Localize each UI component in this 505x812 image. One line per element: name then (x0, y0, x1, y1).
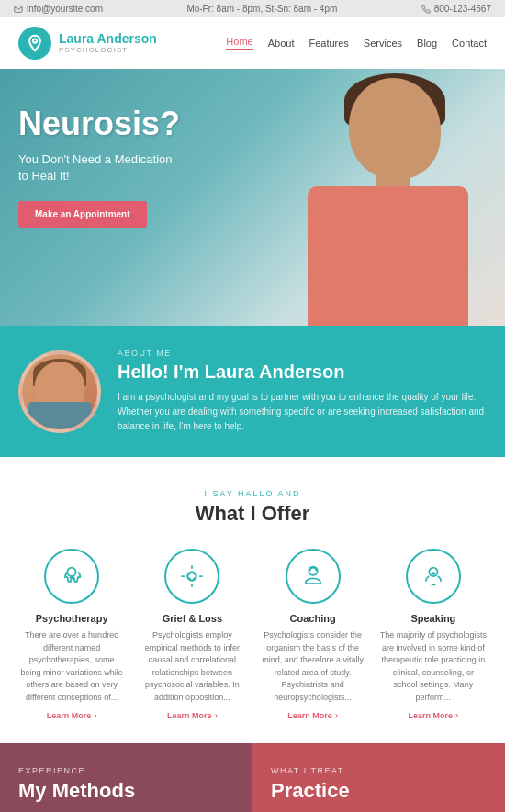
header: Laura Anderson PSYCHOLOGIST Home About F… (0, 17, 505, 69)
about-section: ABOUT ME Hello! I'm Laura Anderson I am … (0, 326, 505, 457)
avatar (18, 350, 101, 433)
svg-point-0 (33, 39, 37, 42)
logo-text: Laura Anderson PSYCHOLOGIST (59, 32, 157, 54)
bottom-section: EXPERIENCE My Methods PARENTING ISSUES W… (0, 743, 505, 812)
hero-content: Neurosis? You Don't Need a Medicationto … (18, 106, 180, 228)
hero-section: Neurosis? You Don't Need a Medicationto … (0, 69, 505, 326)
psychotherapy-link[interactable]: Learn More › (18, 711, 125, 720)
hours-info: Mo-Fr: 8am - 8pm, St-Sn: 8am - 4pm (186, 4, 337, 14)
email-info: info@yoursite.com (14, 4, 103, 14)
main-nav: Home About Features Services Blog Contac… (226, 36, 487, 50)
nav-contact[interactable]: Contact (452, 38, 487, 49)
speaking-icon (406, 549, 461, 604)
methods-section: EXPERIENCE My Methods PARENTING ISSUES W… (0, 743, 252, 812)
appointment-button[interactable]: Make an Appointment (18, 201, 147, 228)
grief-icon (164, 549, 219, 604)
hero-title: Neurosis? (18, 106, 180, 142)
nav-services[interactable]: Services (364, 38, 402, 49)
nav-home[interactable]: Home (226, 36, 252, 50)
practice-section: WHAT I TREAT Practice ✓Anxiety and Depre… (252, 743, 505, 812)
offer-grief: Grief & Loss Psychologists employ empiri… (139, 549, 245, 720)
hero-person (266, 69, 477, 326)
about-text: ABOUT ME Hello! I'm Laura Anderson I am … (118, 349, 487, 434)
offer-psychotherapy: Psychotherapy There are over a hundred d… (18, 549, 125, 720)
offers-grid: Psychotherapy There are over a hundred d… (18, 549, 487, 720)
offer-speaking: Speaking The majority of psychologists a… (380, 549, 487, 720)
nav-about[interactable]: About (268, 38, 295, 49)
speaking-link[interactable]: Learn More › (380, 711, 487, 720)
nav-blog[interactable]: Blog (417, 38, 437, 49)
offer-coaching: Coaching Psychologists consider the orga… (260, 549, 366, 720)
psychotherapy-icon (44, 549, 99, 604)
hero-subtitle: You Don't Need a Medicationto Heal It! (18, 151, 180, 184)
offers-section: I SAY HALLO AND What I Offer Psychothera… (0, 457, 505, 743)
logo-icon (18, 27, 51, 60)
svg-point-1 (67, 568, 75, 576)
top-bar: info@yoursite.com Mo-Fr: 8am - 8pm, St-S… (0, 0, 505, 17)
nav-features[interactable]: Features (309, 38, 348, 49)
coaching-icon (286, 549, 341, 604)
phone-info: 800-123-4567 (421, 4, 491, 14)
logo: Laura Anderson PSYCHOLOGIST (18, 27, 157, 60)
coaching-link[interactable]: Learn More › (260, 711, 366, 720)
grief-link[interactable]: Learn More › (139, 711, 245, 720)
